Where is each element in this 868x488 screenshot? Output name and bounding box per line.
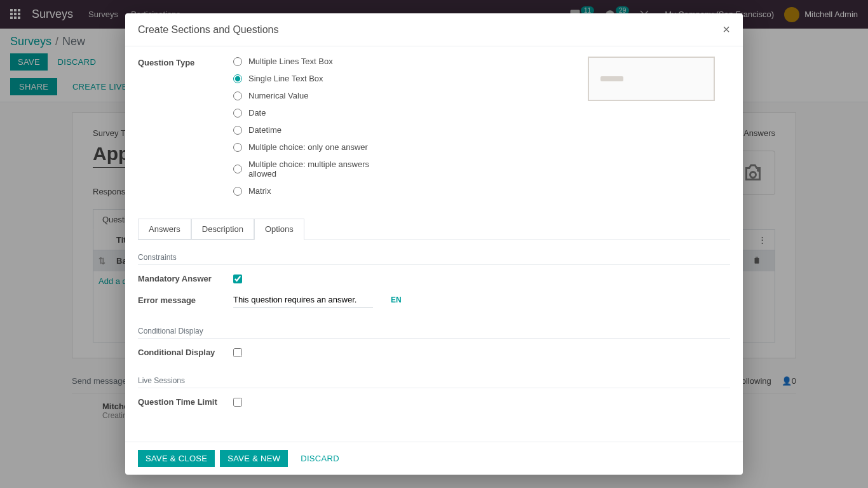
conditional-checkbox[interactable] [233,348,242,357]
radio-numerical[interactable] [233,92,242,100]
conditional-label: Conditional Display [138,348,233,357]
close-icon[interactable]: × [722,22,730,37]
radio-label[interactable]: Multiple choice: multiple answers allowe… [248,159,376,179]
radio-label[interactable]: Date [248,108,266,118]
error-message-input[interactable] [233,292,373,308]
save-new-button[interactable]: Save & New [220,450,288,467]
radio-label[interactable]: Matrix [248,186,271,196]
tab-options[interactable]: Options [254,219,304,240]
modal-dialog: Create Sections and Questions × Question… [125,13,743,475]
question-type-preview [588,57,715,101]
radio-multiple-lines[interactable] [233,57,242,66]
modal-title: Create Sections and Questions [138,24,722,36]
section-live: Live Sessions [138,376,730,388]
mandatory-checkbox[interactable] [233,274,242,283]
radio-label[interactable]: Datetime [248,125,281,135]
radio-mc-one[interactable] [233,143,242,152]
save-close-button[interactable]: Save & Close [138,450,215,467]
mandatory-label: Mandatory Answer [138,274,233,283]
qtime-checkbox[interactable] [233,398,242,407]
tab-answers[interactable]: Answers [138,219,191,240]
qtime-label: Question Time Limit [138,397,233,407]
radio-label[interactable]: Single Line Text Box [248,74,323,83]
radio-datetime[interactable] [233,126,242,135]
radio-single-line[interactable] [233,74,242,83]
section-conditional: Conditional Display [138,327,730,338]
radio-date[interactable] [233,109,242,118]
radio-matrix[interactable] [233,187,242,196]
section-constraints: Constraints [138,253,730,264]
radio-label[interactable]: Multiple Lines Text Box [248,57,333,66]
tab-description[interactable]: Description [191,219,254,240]
error-message-label: Error message [138,295,233,305]
modal-discard-button[interactable]: Discard [293,450,347,467]
radio-label[interactable]: Numerical Value [248,91,308,100]
question-type-label: Question Type [138,57,233,67]
radio-label[interactable]: Multiple choice: only one answer [248,142,368,152]
radio-mc-multi[interactable] [233,165,242,173]
language-button[interactable]: EN [391,295,402,304]
